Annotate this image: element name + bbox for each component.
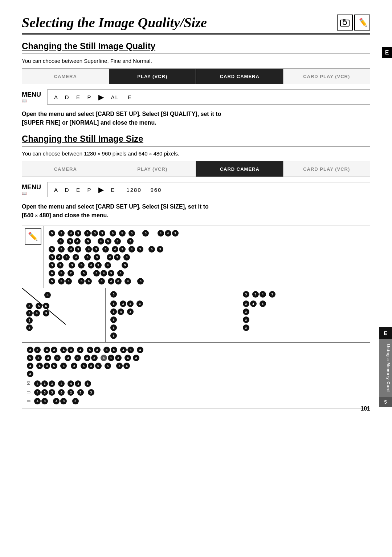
menu-content-2: A D E P ▶ E 1280 960	[47, 182, 370, 197]
instruction-1: Open the menu and select [CARD SET UP]. …	[22, 110, 370, 127]
mode-bar-1: CAMERA PLAY (VCR) CARD CAMERA CARD PLAY …	[22, 68, 370, 84]
ref-right-col: 3 34 3 34 3 3 3 3	[238, 288, 370, 342]
page-number: 101	[360, 405, 370, 412]
reference-table: ✏️ 5 3 43 433 6 5 3 3 443 4 34	[22, 226, 370, 408]
page-title: Selecting the Image Quality/Size ✏️	[22, 15, 370, 35]
menu-arrow-1: ▶	[98, 93, 105, 101]
menu-label-1: MENU 📖	[22, 91, 44, 103]
e-tab: E	[382, 47, 392, 58]
ref-pencil-icon: ✏️	[25, 228, 41, 245]
section2-sub: You can choose between 1280 × 960 pixels…	[22, 150, 370, 157]
using-memory-card-tab[interactable]: Using a Memory Card	[379, 339, 392, 397]
menu-adep-1: A D E P	[54, 94, 92, 100]
menu-right-1: AL E	[111, 94, 132, 100]
camera-icon-box	[337, 15, 353, 31]
menu-right-2: E 1280 960	[111, 187, 162, 193]
ref-mid-col: 3 3 34 3 34 3 3 3 3	[106, 288, 238, 342]
menu-row-1: MENU 📖 A D E P ▶ AL E	[22, 89, 370, 105]
menu-label-2: MENU 📖	[22, 183, 44, 196]
menu-arrow-2: ▶	[98, 185, 105, 194]
section1-heading: Changing the Still Image Quality	[22, 41, 370, 51]
menu-book-icon: 📖	[22, 98, 44, 103]
side-tab-e: E	[379, 327, 392, 339]
instruction-2: Open the menu and select [CARD SET UP]. …	[22, 202, 370, 220]
menu-adep-2: A D E P	[54, 187, 92, 193]
menu-row-2: MENU 📖 A D E P ▶ E 1280 960	[22, 182, 370, 197]
mode-camera-2: CAMERA	[22, 161, 109, 177]
ref-split-section: 3 3 56 34 3 3 4 3	[22, 288, 370, 342]
menu-book-icon-2: 📖	[22, 191, 44, 196]
mode-camera-1: CAMERA	[22, 69, 109, 84]
svg-point-1	[343, 21, 347, 25]
title-icons: ✏️	[337, 15, 370, 31]
ref-top-content: 5 3 43 433 6 5 3 3 443 4 34 5 45	[44, 226, 370, 288]
pencil-icon: ✏️	[358, 18, 367, 27]
mode-bar-2: CAMERA PLAY (VCR) CARD CAMERA CARD PLAY …	[22, 161, 370, 177]
pencil-icon-box: ✏️	[354, 15, 370, 31]
mode-play-vcr-1: PLAY (VCR)	[109, 69, 196, 84]
mode-card-play-1: CARD PLAY (VCR)	[283, 69, 370, 84]
mode-card-play-2: CARD PLAY (VCR)	[283, 161, 370, 177]
section1-sub: You can choose between Superfine, Fine a…	[22, 58, 370, 64]
side-tab-wrapper: E Using a Memory Card 5	[379, 327, 392, 407]
mode-play-vcr-2: PLAY (VCR)	[109, 161, 196, 177]
menu-content-1: A D E P ▶ AL E	[47, 89, 370, 105]
side-number: 5	[379, 397, 392, 407]
mode-card-camera-2: CARD CAMERA	[196, 161, 283, 177]
ref-bottom-section: 33 43 43 4 53 36 46 4 5 3 3 5 3 3 43 613…	[22, 342, 370, 408]
mode-card-camera-1: CARD CAMERA	[196, 69, 283, 84]
section2-heading: Changing the Still Image Size	[22, 134, 370, 144]
